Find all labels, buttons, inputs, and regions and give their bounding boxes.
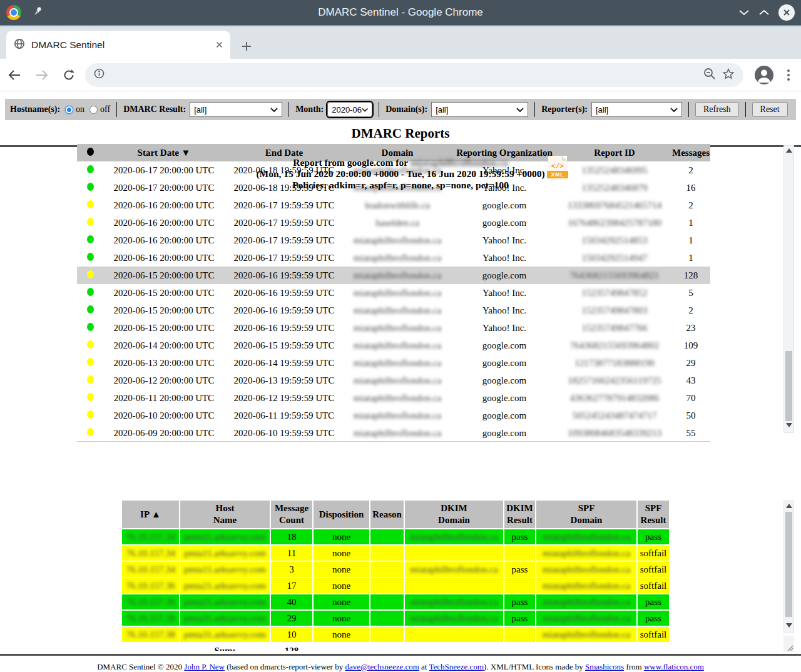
report-row[interactable]: 2020-06-11 20:00:00 UTC2020-06-12 19:59:… <box>77 389 710 407</box>
disposition-cell: none <box>314 546 369 561</box>
report-id-cell: 7643682155693964802 <box>558 337 671 354</box>
report-row[interactable]: 2020-06-10 20:00:00 UTC2020-06-11 19:59:… <box>77 407 710 424</box>
detail-column-header[interactable]: Host Name <box>180 501 270 528</box>
pin-icon[interactable] <box>33 6 43 19</box>
report-id-cell: 12173877183888190 <box>558 354 671 372</box>
menu-kebab-icon[interactable] <box>787 69 790 81</box>
report-id-cell: 7643682155693964821 <box>558 267 671 284</box>
dkim-domain-cell <box>405 546 503 561</box>
detail-column-header[interactable]: Reason <box>370 501 404 528</box>
end-date-cell: 2020-06-10 19:59:59 UTC <box>225 424 344 442</box>
spf-result-cell: pass <box>638 611 669 626</box>
report-row[interactable]: 2020-06-16 20:00:00 UTC2020-06-17 19:59:… <box>77 214 710 232</box>
scroll-down-icon[interactable] <box>786 423 792 427</box>
tab-title: DMARC Sentinel <box>31 39 210 51</box>
report-row[interactable]: 2020-06-13 20:00:00 UTC2020-06-14 19:59:… <box>77 354 710 372</box>
report-row[interactable]: 2020-06-16 20:00:00 UTC2020-06-17 19:59:… <box>77 196 710 214</box>
page-title: DMARC Reports <box>0 126 801 141</box>
dkim-result-cell: pass <box>504 562 535 577</box>
domain-cell: miataphilbroflondon.ca <box>344 232 451 249</box>
end-date-cell: 2020-06-16 19:59:59 UTC <box>225 302 344 319</box>
maximize-icon[interactable] <box>758 9 770 16</box>
detail-header-row: IP ▲Host NameMessage CountDispositionRea… <box>122 501 669 528</box>
reload-icon[interactable] <box>63 69 75 81</box>
refresh-button[interactable]: Refresh <box>695 102 739 117</box>
detail-row: 76.10.157.34pmta11.arksavvy.com3nonemiat… <box>122 562 669 577</box>
org-cell: google.com <box>451 267 558 284</box>
profile-avatar[interactable] <box>755 66 773 84</box>
report-row[interactable]: 2020-06-14 20:00:00 UTC2020-06-15 19:59:… <box>77 337 710 354</box>
bookmark-star-icon[interactable] <box>722 68 735 83</box>
report-row[interactable]: 2020-06-16 20:00:00 UTC2020-06-17 19:59:… <box>77 232 710 249</box>
domain-cell: leadonwithlife.ca <box>344 196 451 214</box>
footer-link[interactable]: John P. New <box>184 662 225 671</box>
ip-cell: 76.10.157.38 <box>122 627 179 642</box>
report-id-cell: 15235749847803 <box>558 302 671 319</box>
tab-dmarc-sentinel[interactable]: DMARC Sentinel <box>6 31 230 59</box>
hostname-off-radio[interactable] <box>89 106 98 114</box>
report-row[interactable]: 2020-06-16 20:00:00 UTC2020-06-17 19:59:… <box>77 249 710 267</box>
footer-link[interactable]: TechSneeze.com <box>429 662 484 671</box>
reporters-label: Reporter(s): <box>541 104 588 115</box>
detail-column-header[interactable]: Message Count <box>271 501 312 528</box>
ip-cell: 76.10.157.38 <box>122 611 179 626</box>
spf-result-cell: softfail <box>638 546 669 561</box>
report-row[interactable]: 2020-06-12 20:00:00 UTC2020-06-13 19:59:… <box>77 372 710 389</box>
domains-select[interactable]: [all] <box>431 102 528 117</box>
dmarc-result-select[interactable]: [all] <box>190 102 282 117</box>
resize-grip[interactable] <box>783 636 794 652</box>
report-date-range: (Mon, 15 Jun 2020 20:00:00 +0000 - Tue, … <box>0 168 801 180</box>
detail-column-header[interactable]: IP ▲ <box>122 501 179 528</box>
zoom-out-icon[interactable] <box>703 68 716 83</box>
month-select[interactable]: 2020-06 <box>327 102 372 117</box>
site-info-icon[interactable] <box>94 68 105 81</box>
detail-column-header[interactable]: Disposition <box>314 501 369 528</box>
report-row[interactable]: 2020-06-15 20:00:00 UTC2020-06-16 19:59:… <box>77 284 710 302</box>
report-id-cell: 16764862398425787180 <box>558 214 671 232</box>
footer-link[interactable]: Smashicons <box>585 662 624 671</box>
domain-cell: miataphilbroflondon.ca <box>344 249 451 267</box>
scroll-up-icon[interactable] <box>786 148 792 153</box>
reset-button[interactable]: Reset <box>752 102 788 117</box>
detail-column-header[interactable]: DKIM Result <box>504 501 535 528</box>
sum-value: 128 <box>271 643 312 651</box>
hostname-on-radio[interactable] <box>65 106 73 114</box>
report-row[interactable]: 2020-06-15 20:00:00 UTC2020-06-16 19:59:… <box>77 302 710 319</box>
detail-column-header[interactable]: SPF Domain <box>536 501 636 528</box>
close-window-icon[interactable] <box>778 4 795 21</box>
scroll-up-icon[interactable] <box>786 504 792 508</box>
detail-column-header[interactable]: SPF Result <box>638 501 669 528</box>
status-dot <box>87 410 94 419</box>
scrollbar-thumb[interactable] <box>785 512 792 617</box>
dkim-result-cell: pass <box>504 611 535 626</box>
start-date-cell: 2020-06-16 20:00:00 UTC <box>103 214 225 232</box>
dkim-domain-cell <box>405 627 503 642</box>
report-row[interactable]: 2020-06-15 20:00:00 UTC2020-06-16 19:59:… <box>77 319 710 337</box>
ip-cell: 76.10.157.34 <box>122 562 179 577</box>
dkim-domain-cell: miataphilbroflondon.ca <box>405 529 503 544</box>
footer-link[interactable]: www.flaticon.com <box>644 662 704 671</box>
report-row[interactable]: 2020-06-09 20:00:00 UTC2020-06-10 19:59:… <box>77 424 710 442</box>
reporters-select[interactable]: [all] <box>591 102 682 117</box>
tab-close-icon[interactable] <box>216 41 223 48</box>
detail-column-header[interactable]: DKIM Domain <box>405 501 503 528</box>
back-icon[interactable] <box>8 69 21 81</box>
minimize-icon[interactable] <box>738 9 750 16</box>
messages-cell: 109 <box>671 337 710 354</box>
xml-file-icon[interactable]: </> XML <box>548 156 567 180</box>
spf-result-cell: softfail <box>638 562 669 577</box>
domain-cell: miataphilbroflondon.ca <box>344 389 451 407</box>
scroll-down-icon[interactable] <box>786 623 792 628</box>
report-row[interactable]: 2020-06-15 20:00:00 UTC2020-06-16 19:59:… <box>77 267 710 284</box>
messages-cell: 50 <box>671 407 710 424</box>
status-cell <box>77 372 103 389</box>
reason-cell <box>370 594 404 609</box>
footer-link[interactable]: dave@techsneeze.com <box>345 662 419 671</box>
status-dot <box>87 270 94 278</box>
scrollbar-thumb[interactable] <box>785 351 792 421</box>
status-dot <box>87 235 94 243</box>
detail-scrollbar[interactable] <box>783 501 794 633</box>
org-cell: google.com <box>451 214 558 232</box>
new-tab-icon[interactable] <box>242 41 252 51</box>
address-bar[interactable] <box>85 63 743 87</box>
